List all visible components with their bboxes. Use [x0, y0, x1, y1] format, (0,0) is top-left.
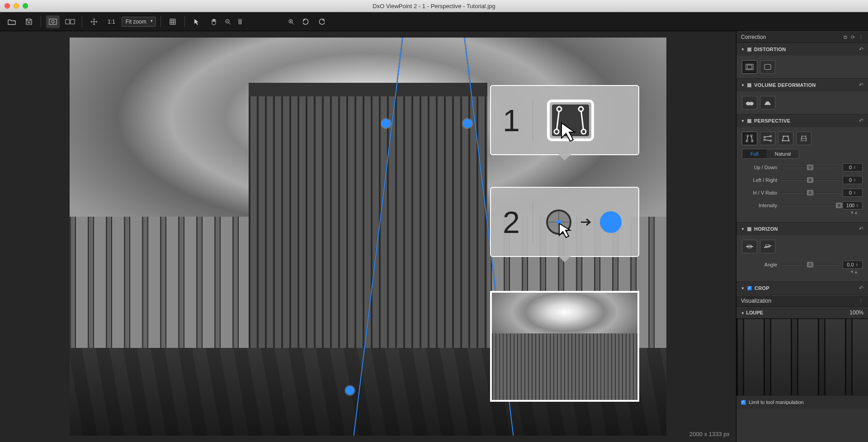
- perspective-handle[interactable]: [382, 119, 391, 128]
- reset-icon[interactable]: ↶: [859, 118, 863, 124]
- distortion-mode-2-button[interactable]: [760, 60, 775, 74]
- menu-icon[interactable]: ⋮: [859, 34, 863, 40]
- pointer-tool-button[interactable]: [189, 15, 204, 29]
- loupe-zoom-label[interactable]: 100%: [849, 309, 863, 316]
- updown-value[interactable]: 0: [843, 163, 863, 171]
- panel-title: Visualization: [741, 298, 771, 304]
- section-title: HORIZON: [754, 226, 778, 232]
- intensity-slider[interactable]: [781, 202, 839, 209]
- zoom-select[interactable]: Fit zoom: [122, 17, 156, 27]
- updown-slider[interactable]: [781, 164, 839, 171]
- expand-icon[interactable]: ▼▲: [742, 209, 863, 218]
- image-dimensions-label: 2000 x 1333 px: [689, 431, 730, 437]
- limit-label: Limit to tool manipulation: [749, 399, 804, 405]
- zoom-1-1-button[interactable]: 1:1: [104, 15, 119, 29]
- hvratio-value[interactable]: 0: [843, 189, 863, 197]
- refresh-icon[interactable]: ⟳: [851, 34, 855, 40]
- hvratio-slider[interactable]: [781, 190, 839, 196]
- chevron-down-icon: ▼: [741, 286, 745, 290]
- section-enable-checkbox[interactable]: [747, 119, 751, 123]
- svg-line-46: [764, 246, 771, 247]
- perspective-vertical-button[interactable]: [742, 132, 757, 145]
- image-viewport[interactable]: 1 2: [70, 38, 666, 436]
- undo-button[interactable]: [298, 15, 312, 29]
- section-enable-checkbox[interactable]: [747, 227, 751, 231]
- perspective-8point-button[interactable]: [796, 132, 811, 145]
- reset-icon[interactable]: ↶: [859, 46, 863, 52]
- blue-handle-icon: [600, 211, 622, 233]
- section-title: PERSPECTIVE: [754, 118, 790, 124]
- leftright-value[interactable]: 0: [843, 176, 863, 184]
- svg-rect-2: [66, 19, 70, 24]
- intensity-value[interactable]: 100: [843, 201, 863, 209]
- side-panel: Correction ⧉ ⟳ ⋮ ▼ DISTORTION ↶: [736, 31, 868, 442]
- distortion-header[interactable]: ▼ DISTORTION ↶: [736, 43, 868, 56]
- canvas-area[interactable]: 1 2: [0, 31, 736, 442]
- loupe-header[interactable]: ▼ LOUPE 100%: [736, 307, 868, 318]
- svg-point-43: [782, 140, 783, 142]
- slider-label: Left / Right: [742, 177, 777, 183]
- open-file-button[interactable]: [5, 15, 19, 29]
- compare-view-button[interactable]: [63, 15, 77, 29]
- section-title: DISTORTION: [754, 47, 786, 52]
- horizon-mode-2-button[interactable]: [760, 240, 775, 253]
- crop-section: ▼ CROP ↶: [736, 282, 868, 295]
- slider-label: Angle: [742, 262, 777, 267]
- distortion-mode-1-button[interactable]: [742, 60, 757, 74]
- horizon-mode-1-button[interactable]: [742, 240, 757, 253]
- zoom-out-icon[interactable]: [224, 15, 232, 29]
- section-enable-checkbox[interactable]: [747, 286, 752, 290]
- section-enable-checkbox[interactable]: [747, 48, 751, 52]
- volume-header[interactable]: ▼ VOLUME DEFORMATION ↶: [736, 79, 868, 91]
- slider-label: Intensity: [742, 203, 777, 208]
- chevron-down-icon: ▼: [741, 83, 745, 87]
- single-view-button[interactable]: [46, 15, 60, 29]
- svg-point-17: [554, 129, 559, 134]
- volume-mode-2-button[interactable]: [760, 96, 775, 109]
- perspective-handle[interactable]: [345, 386, 354, 395]
- chevron-down-icon: ▼: [741, 119, 745, 123]
- perspective-rectangle-button[interactable]: [778, 132, 793, 145]
- hand-tool-button[interactable]: [207, 15, 221, 29]
- tutorial-step-2: 2: [490, 187, 639, 257]
- loupe-preview[interactable]: [736, 318, 868, 395]
- save-button[interactable]: [22, 15, 36, 29]
- angle-slider[interactable]: [781, 261, 839, 268]
- perspective-header[interactable]: ▼ PERSPECTIVE ↶: [736, 114, 868, 127]
- popout-icon[interactable]: ⧉: [844, 34, 847, 40]
- reset-icon[interactable]: ↶: [859, 82, 863, 88]
- move-tool-button[interactable]: [87, 15, 101, 29]
- reset-icon[interactable]: ↶: [859, 226, 863, 232]
- horizon-header[interactable]: ▼ HORIZON ↶: [736, 223, 868, 235]
- svg-point-15: [557, 107, 561, 111]
- zoom-slider[interactable]: [235, 20, 284, 23]
- angle-value[interactable]: 0.0: [843, 261, 863, 269]
- zoom-in-icon[interactable]: [287, 15, 295, 29]
- limit-checkbox-row[interactable]: Limit to tool manipulation: [736, 395, 868, 409]
- main-toolbar: 1:1 Fit zoom: [0, 12, 868, 31]
- grid-button[interactable]: [165, 15, 180, 29]
- perspective-section: ▼ PERSPECTIVE ↶: [736, 114, 868, 223]
- perspective-mode-tabs: Full Natural: [742, 149, 799, 159]
- svg-rect-25: [747, 65, 752, 69]
- crop-header[interactable]: ▼ CROP ↶: [736, 282, 868, 295]
- checkbox-icon[interactable]: [741, 400, 746, 405]
- tutorial-step-number: 1: [503, 103, 520, 138]
- svg-point-16: [579, 107, 583, 111]
- perspective-horizontal-button[interactable]: [760, 132, 775, 145]
- correction-panel-header: Correction ⧉ ⟳ ⋮: [736, 31, 868, 43]
- volume-mode-1-button[interactable]: [742, 96, 757, 109]
- leftright-slider[interactable]: [781, 177, 839, 183]
- section-enable-checkbox[interactable]: [747, 83, 751, 87]
- menu-icon[interactable]: ⋮: [859, 298, 863, 304]
- perspective-handle[interactable]: [463, 119, 472, 128]
- svg-line-5: [229, 23, 231, 24]
- redo-button[interactable]: [315, 15, 330, 29]
- slider-label: Up / Down: [742, 165, 777, 170]
- tab-natural[interactable]: Natural: [767, 149, 799, 158]
- tab-full[interactable]: Full: [742, 149, 767, 158]
- target-handle-icon: [546, 209, 572, 235]
- reset-icon[interactable]: ↶: [859, 285, 863, 291]
- expand-icon[interactable]: ▼▲: [742, 269, 863, 277]
- svg-point-40: [783, 136, 784, 137]
